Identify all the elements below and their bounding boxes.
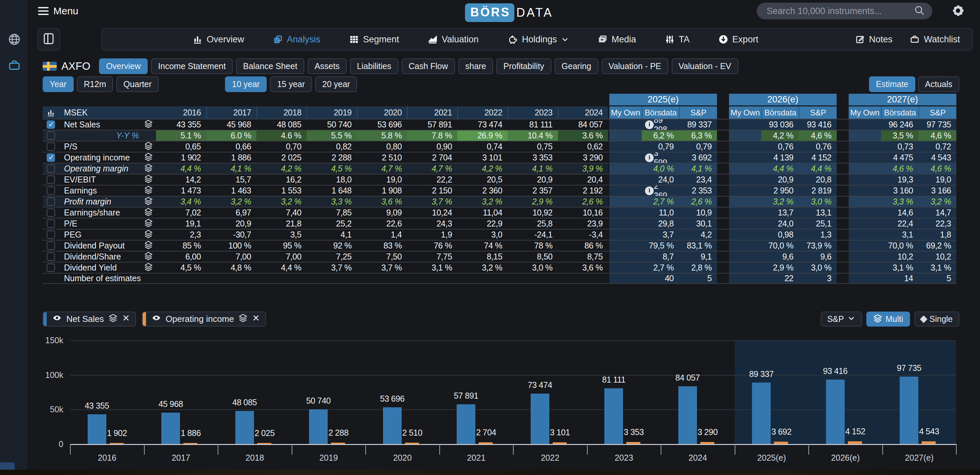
bar-net-sales[interactable] <box>900 376 918 444</box>
layers-icon[interactable] <box>145 196 153 207</box>
row-checkbox[interactable] <box>47 242 55 250</box>
instrument-search[interactable] <box>757 3 932 19</box>
nav-item-media[interactable]: Media <box>598 34 636 45</box>
row-checkbox[interactable] <box>47 186 55 195</box>
legend-chip-net-sales[interactable]: Net Sales <box>43 312 136 327</box>
nav-item-watchlist[interactable]: Watchlist <box>910 34 960 45</box>
row-checkbox[interactable] <box>47 220 55 228</box>
period-quarter[interactable]: Quarter <box>116 77 159 92</box>
bar-net-sales[interactable] <box>605 388 623 444</box>
nav-item-holdings[interactable]: Holdings <box>508 34 569 45</box>
bar-operating-income[interactable] <box>848 441 862 444</box>
layers-icon[interactable] <box>145 142 153 152</box>
row-checkbox[interactable] <box>47 263 55 272</box>
bar-operating-income[interactable] <box>183 443 197 444</box>
tab-valuation-ev[interactable]: Valuation - EV <box>672 58 738 74</box>
bar-operating-income[interactable] <box>331 443 345 444</box>
period-r12m[interactable]: R12m <box>77 77 113 92</box>
close-icon[interactable] <box>252 314 260 324</box>
bar-operating-income[interactable] <box>774 442 788 444</box>
row-checkbox[interactable] <box>47 142 55 151</box>
layers-icon[interactable] <box>145 230 153 240</box>
nav-item-analysis[interactable]: Analysis <box>273 34 321 45</box>
bar-operating-income[interactable] <box>479 442 493 444</box>
tab-share[interactable]: share <box>458 58 493 74</box>
layers-icon[interactable] <box>145 252 153 262</box>
bar-net-sales[interactable] <box>752 383 771 444</box>
range-10-year[interactable]: 10 year <box>225 77 267 92</box>
bar-net-sales[interactable] <box>383 407 402 444</box>
layers-icon[interactable] <box>238 313 248 325</box>
layers-icon[interactable] <box>145 163 153 174</box>
layers-icon[interactable] <box>145 120 153 130</box>
search-icon[interactable] <box>914 5 925 18</box>
tab-cash-flow[interactable]: Cash Flow <box>402 58 455 74</box>
info-icon[interactable]: i <box>645 153 654 162</box>
layers-icon[interactable] <box>145 241 153 251</box>
tab-balance-sheet[interactable]: Balance Sheet <box>236 58 304 74</box>
search-input[interactable] <box>767 6 914 16</box>
toggle-estimate[interactable]: Estimate <box>869 77 915 92</box>
bar-net-sales[interactable] <box>88 414 107 444</box>
settings-button[interactable] <box>950 3 966 19</box>
portfolio-icon[interactable] <box>7 58 22 73</box>
bar-operating-income[interactable] <box>257 443 271 444</box>
bar-net-sales[interactable] <box>678 386 697 444</box>
close-icon[interactable] <box>122 314 130 324</box>
range-20-year[interactable]: 20 year <box>315 77 357 92</box>
bar-net-sales[interactable] <box>531 394 549 444</box>
tab-gearing[interactable]: Gearing <box>555 58 598 74</box>
info-icon[interactable]: i <box>645 186 654 195</box>
row-checkbox[interactable] <box>47 153 55 162</box>
bar-operating-income[interactable] <box>405 443 419 444</box>
bar-net-sales[interactable] <box>161 413 180 444</box>
bar-operating-income[interactable] <box>626 442 640 444</box>
layers-icon[interactable] <box>145 207 153 218</box>
row-checkbox[interactable] <box>47 252 55 261</box>
layers-icon[interactable] <box>145 263 153 273</box>
tab-overview[interactable]: Overview <box>99 58 148 74</box>
row-checkbox[interactable] <box>47 175 55 184</box>
nav-item-ta[interactable]: TA <box>665 34 690 45</box>
toggle-actuals[interactable]: Actuals <box>918 77 959 92</box>
tab-assets[interactable]: Assets <box>308 58 347 74</box>
row-checkbox[interactable] <box>47 198 55 206</box>
nav-item-export[interactable]: Export <box>718 34 758 45</box>
nav-item-notes[interactable]: Notes <box>855 34 892 45</box>
tab-income-statement[interactable]: Income Statement <box>151 58 233 74</box>
sidebar-toggle-button[interactable] <box>37 28 60 51</box>
row-checkbox[interactable] <box>47 231 55 239</box>
eye-icon[interactable] <box>151 314 161 325</box>
tab-liabilities[interactable]: Liabilities <box>350 58 398 74</box>
single-mode-button[interactable]: Single <box>914 312 960 327</box>
multi-mode-button[interactable]: Multi <box>866 312 910 327</box>
row-checkbox[interactable] <box>47 209 55 217</box>
row-checkbox[interactable] <box>47 120 55 129</box>
nav-item-valuation[interactable]: Valuation <box>428 34 479 45</box>
legend-chip-operating-income[interactable]: Operating income <box>142 312 266 327</box>
info-icon[interactable]: i <box>645 120 654 129</box>
menu-button[interactable]: Menu <box>38 5 78 17</box>
estimate-source-dropdown[interactable]: S&P <box>821 312 862 327</box>
borsdata-logo[interactable]: BÖRS DATA <box>465 3 553 22</box>
period-year[interactable]: Year <box>43 77 74 92</box>
layers-icon[interactable] <box>145 218 153 229</box>
bar-operating-income[interactable] <box>553 442 567 444</box>
tab-valuation-pe[interactable]: Valuation - PE <box>602 58 668 74</box>
bar-net-sales[interactable] <box>309 409 328 444</box>
nav-item-overview[interactable]: Overview <box>192 34 244 45</box>
bar-net-sales[interactable] <box>457 404 475 444</box>
row-checkbox[interactable] <box>47 164 55 173</box>
bar-net-sales[interactable] <box>826 379 845 444</box>
layers-icon[interactable] <box>108 313 118 325</box>
eye-icon[interactable] <box>52 314 62 325</box>
tab-profitability[interactable]: Profitability <box>496 58 551 74</box>
nav-item-segment[interactable]: Segment <box>349 34 399 45</box>
bar-net-sales[interactable] <box>235 411 254 444</box>
bar-operating-income[interactable] <box>922 441 935 444</box>
layers-icon[interactable] <box>145 174 153 185</box>
bar-operating-income[interactable] <box>700 442 714 444</box>
row-checkbox[interactable] <box>47 131 55 140</box>
bar-operating-income[interactable] <box>110 443 124 444</box>
layers-icon[interactable] <box>145 153 153 163</box>
